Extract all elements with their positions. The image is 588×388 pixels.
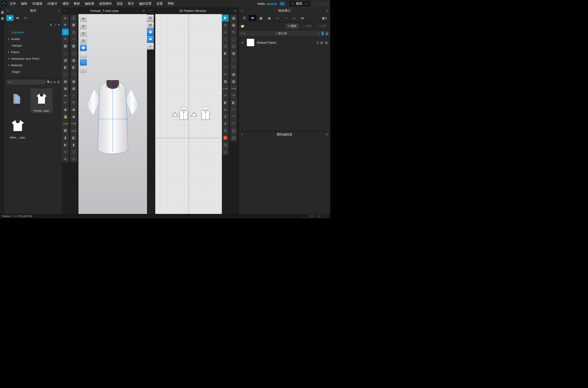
2d-tool-a20[interactable]: ☺ [222,148,229,155]
fabric-swatch[interactable] [247,39,255,46]
tool-edit-pen[interactable]: ✎ [62,36,69,43]
pattern-sleeve-2[interactable] [190,112,198,117]
3d-mode-1[interactable] [80,16,87,22]
group-folder2-icon[interactable]: ▋ [322,32,324,35]
row-add-icon[interactable]: ⊞ [316,41,319,45]
2d-tool-a9[interactable]: ✂ [222,71,229,78]
tool-b8[interactable]: ▦ [70,85,77,92]
tool-grid[interactable]: ▦ [62,85,69,92]
tool-b10[interactable]: ✎ [70,99,77,106]
2d-tool-b17[interactable]: ◳ [230,127,237,134]
status-2d-button[interactable]: 2D [316,214,321,218]
popout-3d-icon[interactable]: ⧉ [142,9,146,12]
menu-preferences[interactable]: 偏好设置 [139,1,152,6]
add-icon[interactable]: ＋ [54,23,57,27]
obj-tab-fabric[interactable] [249,15,256,21]
pattern-sleeve-1[interactable] [171,112,179,117]
undock-3d-icon[interactable]: ↗ [63,9,67,12]
2d-tool-a8[interactable]: 〰 [222,64,229,71]
username[interactable]: axuezy [267,2,277,6]
tool-b2[interactable]: ◳ [70,29,77,35]
3d-mode-7[interactable] [80,59,87,66]
tool-machine[interactable]: ▦ [62,57,69,64]
tree-garment[interactable]: Garment [4,29,62,36]
2d-tool-b2[interactable]: ▦ [230,22,237,28]
2d-tool-a10[interactable]: ▦ [222,78,229,85]
menu-material[interactable]: 素材 [74,1,80,6]
thumb-male-tshirt[interactable]: Male_...zpac [7,115,29,140]
tool-b3[interactable]: ⬚ [70,50,77,57]
tree-hardware[interactable]: Hardware and Trims [4,55,62,62]
3d-mode-2[interactable] [80,23,87,29]
3d-canvas[interactable] [78,14,147,214]
download-icon[interactable]: ⬇ [50,23,52,27]
row-grid-icon[interactable]: ▦ [325,41,328,45]
2d-tool-a7[interactable]: ⟋ [222,57,229,64]
2d-tool-a19[interactable]: ◳ [222,141,229,148]
tool-torso[interactable]: ▮ [62,134,69,141]
3d-mode-8[interactable] [80,67,87,73]
tool-pin[interactable]: ● [62,92,69,99]
menu-file[interactable]: 文件 [10,1,16,6]
2d-tool-b3[interactable]: ✎ [230,29,237,35]
2d-tool-a12[interactable]: ≡ [222,92,229,99]
menu-settings[interactable]: 设置 [156,1,163,6]
obj-tab-stitch[interactable]: 〰 [282,15,290,21]
status-blank[interactable] [302,214,308,218]
tool-scissors[interactable]: ✂ [62,99,69,106]
favorite-tab[interactable] [6,15,14,21]
library-search-input[interactable] [6,80,46,84]
menu-2d-pattern[interactable]: 2D板片 [47,1,58,6]
group-pen-icon[interactable]: ✎ ▾ [241,32,245,35]
menu-help[interactable]: 帮助 [168,1,174,6]
popout-2d-icon[interactable]: ⧉ [233,9,237,12]
prop-undock-icon[interactable]: ◂ [240,133,243,136]
window-maximize-button[interactable]: ◻ [319,1,323,6]
2d-tool-a4[interactable]: ⬚ [222,36,229,43]
2d-tool-a5[interactable]: ◳ [222,43,229,49]
tool-lock[interactable]: 🔒 [62,113,69,120]
3d-mode-5[interactable] [80,45,87,51]
2d-tool-a16[interactable]: A [222,120,229,127]
group-grid-icon[interactable]: ▦ [326,32,328,35]
home-tab[interactable] [22,15,29,21]
tool-shirt2[interactable] [62,127,69,134]
refresh-icon[interactable]: ↻ [53,80,56,84]
menu-avatar[interactable]: 虚拟模特 [99,1,112,6]
status-refresh-button[interactable]: ↻ [322,214,328,218]
menu-editor[interactable]: 编辑器 [85,1,94,6]
tree-material[interactable]: Material [4,62,62,69]
obj-tab-texture[interactable]: ▦ [257,15,265,21]
pattern-body-2[interactable] [201,109,211,121]
tree-avatar[interactable]: Avatar [4,36,62,42]
thumb-up[interactable]: .. [7,88,29,113]
simulate-button[interactable]: 模拟 ▾ [289,1,310,6]
tool-walk[interactable]: 🚶 [70,15,77,21]
pattern-collar-2[interactable] [202,106,210,109]
tool-avatar2[interactable]: ☺ [62,148,69,155]
right-undock-icon[interactable]: ◂ [240,9,243,12]
2d-mode-4[interactable] [147,36,154,43]
tool-b18[interactable]: ☺ [70,155,77,162]
obj-tab-bow[interactable]: ⋈ [298,15,306,21]
2d-tool-a11[interactable]: ⟿ [222,85,229,92]
2d-mode-2[interactable] [147,22,154,28]
tool-b9[interactable]: ⟋ [70,92,77,99]
cloud-tab[interactable] [14,15,21,21]
tool-select[interactable] [62,22,69,28]
folder-icon[interactable]: 📁 [241,24,244,28]
check-icon[interactable]: ✔ [241,40,244,45]
prop-popout-icon[interactable]: ⧉ [325,133,329,136]
tree-stage[interactable]: Stage [4,69,62,75]
menu-render[interactable]: 渲染 [117,1,123,6]
tool-b7[interactable]: ▦ [70,78,77,85]
pattern-body-1[interactable] [179,109,189,121]
app-logo[interactable] [1,1,7,6]
obj-tab-more[interactable]: ◧▾ [320,15,328,21]
2d-tool-b15[interactable]: 〰 [230,113,237,120]
tool-b14[interactable]: ⟿ [70,127,77,134]
menu-edit[interactable]: 编辑 [21,1,27,6]
3d-mode-4[interactable] [80,37,87,44]
menu-display[interactable]: 显示 [128,1,134,6]
tool-curve[interactable]: 〰 [70,36,77,43]
